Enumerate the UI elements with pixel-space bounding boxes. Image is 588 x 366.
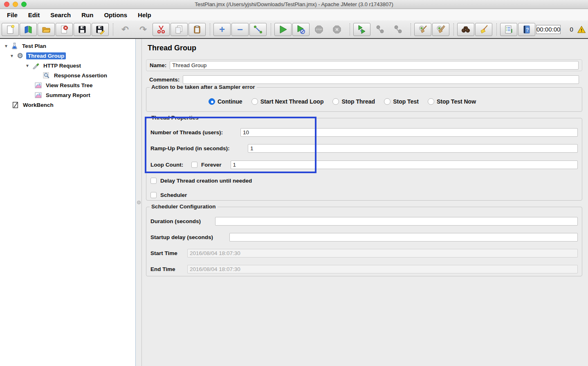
- radio-start-next-thread-loop[interactable]: [251, 98, 258, 105]
- clear-all-button[interactable]: [432, 23, 449, 36]
- tree-item-summary-report[interactable]: Summary Report: [0, 90, 135, 100]
- scheduler-configuration-fieldset: Scheduler Configuration Duration (second…: [146, 207, 582, 276]
- remote-stop-all-button[interactable]: [371, 23, 388, 36]
- comments-input[interactable]: [183, 75, 579, 84]
- remote-shutdown-all-button[interactable]: [389, 23, 406, 36]
- open-button[interactable]: [38, 23, 55, 36]
- forever-checkbox[interactable]: [191, 162, 197, 168]
- start-no-timers-button[interactable]: [292, 23, 310, 36]
- expand-arrow-icon[interactable]: ▼: [3, 44, 9, 48]
- start-icon: [278, 25, 288, 34]
- test-plan-tree: ▼ Test Plan ▼ ⚙ Thread Group ▼ HTTP Requ…: [0, 39, 136, 366]
- start-button[interactable]: [274, 23, 292, 36]
- scheduler-configuration-legend: Scheduler Configuration: [150, 203, 218, 210]
- warning-icon[interactable]: !: [577, 24, 586, 35]
- number-of-threads-label: Number of Threads (users):: [150, 129, 237, 136]
- close-window-button[interactable]: [4, 2, 9, 7]
- menu-search[interactable]: Search: [45, 11, 76, 18]
- comments-row: Comments:: [146, 74, 582, 85]
- undo-button[interactable]: ↶: [117, 23, 134, 36]
- page-title: Thread Group: [148, 44, 196, 52]
- end-time-label: End Time: [150, 266, 184, 272]
- duration-input[interactable]: [215, 217, 578, 226]
- number-of-threads-input[interactable]: [240, 128, 578, 137]
- toggle-element-button[interactable]: [249, 23, 267, 36]
- function-helper-button[interactable]: [500, 23, 517, 36]
- templates-icon: [23, 25, 33, 34]
- loop-count-input[interactable]: [231, 160, 578, 169]
- tree-item-label[interactable]: Summary Report: [44, 92, 92, 99]
- remove-element-button[interactable]: −: [231, 23, 249, 36]
- clear-button[interactable]: [414, 23, 431, 36]
- menu-help[interactable]: Help: [132, 11, 157, 18]
- save-button[interactable]: [74, 23, 91, 36]
- minimize-window-button[interactable]: [13, 2, 18, 7]
- templates-button[interactable]: [20, 23, 37, 36]
- toolbar-separator: [496, 23, 497, 36]
- menu-options[interactable]: Options: [99, 11, 132, 18]
- radio-continue[interactable]: [209, 98, 215, 105]
- tree-item-workbench[interactable]: WorkBench: [0, 100, 135, 110]
- shutdown-button[interactable]: [328, 23, 346, 36]
- end-time-input[interactable]: [187, 265, 578, 273]
- radio-stop-test[interactable]: [384, 98, 391, 105]
- tree-item-label[interactable]: WorkBench: [21, 102, 55, 108]
- zoom-window-button[interactable]: [21, 2, 27, 7]
- expand-arrow-icon[interactable]: ▼: [25, 63, 30, 68]
- duration-label: Duration (seconds): [150, 218, 212, 224]
- svg-text:?: ?: [526, 27, 529, 32]
- start-time-label: Start Time: [150, 250, 184, 256]
- start-no-timers-icon: [296, 25, 306, 34]
- radio-label[interactable]: Continue: [218, 98, 242, 105]
- stop-button[interactable]: STOP: [310, 23, 328, 36]
- sampler-error-fieldset: Action to be taken after a Sampler error…: [146, 87, 582, 112]
- results-chart-icon: [34, 91, 42, 99]
- tree-item-response-assertion[interactable]: Response Assertion: [0, 70, 135, 80]
- start-time-input[interactable]: [187, 249, 578, 258]
- copy-button[interactable]: [171, 23, 188, 36]
- radio-label[interactable]: Stop Test: [393, 98, 419, 105]
- split-pane-divider[interactable]: [136, 39, 142, 366]
- remote-start-all-button[interactable]: [353, 23, 370, 36]
- expand-arrow-icon[interactable]: ▼: [9, 54, 15, 58]
- tree-item-http-request[interactable]: ▼ HTTP Request: [0, 61, 135, 70]
- menu-edit[interactable]: Edit: [23, 11, 45, 18]
- tree-item-label[interactable]: Test Plan: [20, 43, 48, 50]
- radio-stop-thread[interactable]: [332, 98, 339, 105]
- title-bar: TestPlan.jmx (/Users/yjshi/Downloads/Tes…: [0, 0, 588, 9]
- tree-item-label[interactable]: Response Assertion: [52, 72, 109, 79]
- search-button[interactable]: [457, 23, 474, 36]
- name-label: Name:: [150, 62, 166, 68]
- delay-thread-creation-checkbox[interactable]: [150, 178, 157, 184]
- ramp-up-input[interactable]: [248, 144, 578, 153]
- tree-item-test-plan[interactable]: ▼ Test Plan: [0, 41, 135, 51]
- radio-label[interactable]: Start Next Thread Loop: [260, 98, 324, 105]
- tree-item-view-results-tree[interactable]: View Results Tree: [0, 80, 135, 90]
- tree-item-label[interactable]: View Results Tree: [44, 82, 94, 89]
- cut-button[interactable]: [153, 23, 170, 36]
- radio-label[interactable]: Stop Test Now: [437, 98, 476, 105]
- save-as-icon: [95, 25, 105, 34]
- save-as-button[interactable]: [92, 23, 109, 36]
- scheduler-checkbox[interactable]: [150, 192, 157, 198]
- add-element-button[interactable]: +: [213, 23, 231, 36]
- reset-search-button[interactable]: [475, 23, 492, 36]
- toolbar-separator: [210, 23, 210, 36]
- startup-delay-input[interactable]: [229, 233, 578, 242]
- thread-group-icon: ⚙: [16, 52, 24, 59]
- radio-stop-test-now[interactable]: [428, 98, 434, 105]
- help-button[interactable]: ?: [518, 23, 535, 36]
- redo-button[interactable]: ↷: [135, 23, 152, 36]
- radio-label[interactable]: Stop Thread: [341, 98, 375, 105]
- menu-file[interactable]: File: [2, 11, 23, 18]
- menu-run[interactable]: Run: [76, 11, 99, 18]
- new-button[interactable]: [2, 23, 19, 36]
- tree-item-label[interactable]: HTTP Request: [42, 62, 83, 69]
- name-input[interactable]: [170, 61, 579, 70]
- tree-item-label[interactable]: Thread Group: [26, 52, 66, 59]
- close-file-button[interactable]: [56, 23, 73, 36]
- divider-handle[interactable]: [137, 201, 141, 204]
- tree-item-thread-group[interactable]: ▼ ⚙ Thread Group: [0, 51, 135, 61]
- clear-all-gear-broom-icon: [436, 25, 446, 34]
- paste-button[interactable]: [189, 23, 206, 36]
